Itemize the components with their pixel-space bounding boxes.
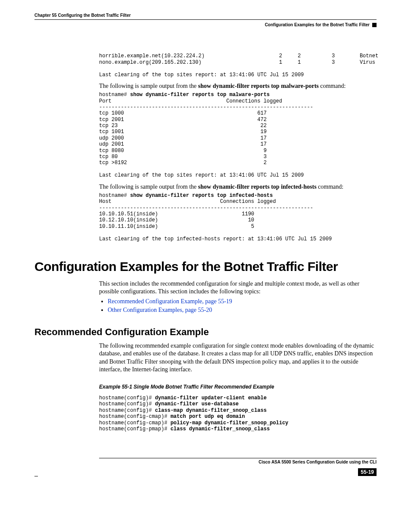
chapter-header: Chapter 55 Configuring the Botnet Traffi…: [34, 13, 377, 18]
cmd: show dynamic-filter reports top malware-…: [130, 92, 270, 98]
section-intro: This section includes the recommended co…: [99, 280, 377, 296]
subsection-para: The following recommended example config…: [99, 342, 377, 373]
page-number-box: 55-19: [34, 468, 377, 476]
subsection-title: Recommended Configuration Example: [34, 327, 377, 338]
topic-links: Recommended Configuration Example, page …: [108, 298, 377, 314]
list-item: Recommended Configuration Example, page …: [108, 298, 377, 305]
para1-a: The following is sample output from the: [99, 83, 198, 89]
cmd: class-map dynamic-filter_snoop_class: [155, 408, 267, 414]
top-sites-tail-output: horrible.example.net(10.232.224.2) 2 2 3…: [99, 53, 377, 78]
prompt: hostname(config-pmap)#: [99, 426, 171, 432]
example-title: Example 55-1 Single Mode Botnet Traffic …: [99, 384, 377, 390]
para1-cmd: show dynamic-filter reports top malware-…: [198, 83, 319, 89]
link-other-config[interactable]: Other Configuration Examples, page 55-20: [108, 307, 212, 313]
page-number: 55-19: [358, 468, 377, 476]
para2-cmd: show dynamic-filter reports top infected…: [198, 184, 317, 190]
list-item: Other Configuration Examples, page 55-20: [108, 307, 377, 314]
section-header: Configuration Examples for the Botnet Tr…: [34, 22, 377, 27]
para-infected-hosts: The following is sample output from the …: [99, 183, 377, 191]
para-malware-ports: The following is sample output from the …: [99, 82, 377, 90]
footer-doc-title: Cisco ASA 5500 Series Configuration Guid…: [34, 460, 377, 464]
prompt: hostname(config-cmap)#: [99, 420, 171, 426]
link-recommended-config[interactable]: Recommended Configuration Example, page …: [108, 298, 232, 305]
footer-rule: [99, 458, 377, 458]
para1-c: command:: [319, 83, 346, 89]
page-footer: Cisco ASA 5500 Series Configuration Guid…: [34, 458, 377, 476]
left-footer-tick: [34, 476, 38, 476]
prompt: hostname#: [99, 92, 130, 98]
para2-a: The following is sample output from the: [99, 184, 198, 190]
infected-hosts-output: hostname# show dynamic-filter reports to…: [99, 193, 377, 242]
prompt: hostname(config-cmap)#: [99, 414, 171, 420]
cmd: dynamic-filter use-database: [155, 401, 239, 407]
cmd: match port udp eq domain: [171, 414, 245, 420]
prompt: hostname(config)#: [99, 408, 155, 414]
cmd: policy-map dynamic-filter_snoop_policy: [171, 420, 289, 426]
prompt: hostname#: [99, 193, 130, 199]
config-example-output: hostname(config)# dynamic-filter updater…: [99, 395, 377, 432]
malware-ports-output: hostname# show dynamic-filter reports to…: [99, 92, 377, 178]
prompt: hostname(config)#: [99, 395, 155, 401]
para2-c: command:: [317, 184, 344, 190]
cmd: dynamic-filter updater-client enable: [155, 395, 267, 401]
rest: Port Connections logged ----------------…: [99, 98, 313, 179]
header-rule: [34, 19, 377, 20]
section-title: Configuration Examples for the Botnet Tr…: [34, 259, 377, 274]
cmd: show dynamic-filter reports top infected…: [130, 193, 273, 199]
rest: Host Connections logged ----------------…: [99, 199, 332, 242]
cmd: class dynamic-filter_snoop_class: [171, 426, 270, 432]
prompt: hostname(config)#: [99, 401, 155, 407]
